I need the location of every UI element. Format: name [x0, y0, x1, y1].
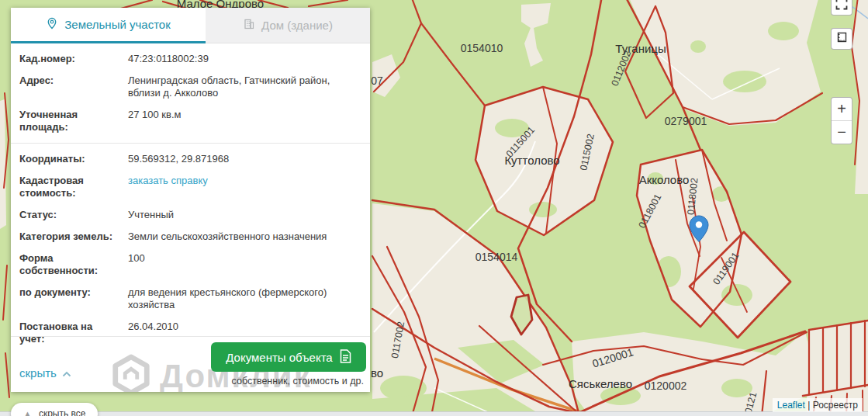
- field-label: Постановка на учет:: [19, 321, 120, 345]
- field-value: для ведения крестьянского (фермерского) …: [128, 286, 362, 311]
- map-pin-icon: [46, 17, 58, 32]
- panel-tabs: Земельный участок Дом (здание): [11, 8, 370, 43]
- document-icon: [340, 349, 351, 366]
- parcel-fields: Кад.номер:47:23:0118002:39Адрес:Ленингра…: [11, 53, 370, 355]
- tab-building[interactable]: Дом (здание): [206, 8, 370, 43]
- attribution-separator: |: [807, 400, 810, 411]
- map-viewport: Малое Ондрово0154010Туганицы011200207027…: [0, 0, 868, 416]
- map-marker-pin[interactable]: [689, 215, 709, 245]
- field-value: Земли сельскохозяйственного назначения: [128, 231, 362, 243]
- field-value: 100: [128, 252, 362, 277]
- tab-land-parcel[interactable]: Земельный участок: [11, 8, 206, 43]
- field-label: по документу:: [19, 286, 120, 311]
- tab-label: Земельный участок: [64, 18, 171, 31]
- zoom-controls: + −: [831, 97, 852, 144]
- field-row: Кад.номер:47:23:0118002:39: [11, 53, 370, 65]
- window-bottom-edge: [0, 411, 868, 416]
- collapse-all-button[interactable]: ▲ скрыть все: [11, 403, 98, 416]
- field-value: 27 100 кв.м: [128, 109, 362, 133]
- collapse-all-label: скрыть все: [39, 408, 86, 416]
- field-row: по документу:для ведения крестьянского (…: [11, 286, 370, 311]
- chevron-up-icon: ▲: [23, 410, 32, 416]
- fullscreen-button[interactable]: [831, 0, 852, 16]
- zoom-in-button[interactable]: +: [832, 98, 852, 120]
- field-row: Статус:Учтенный: [11, 209, 370, 221]
- tab-label: Дом (здание): [261, 19, 333, 32]
- parcel-info-panel: Земельный участок Дом (здание) Кад.номер…: [11, 8, 370, 392]
- order-certificate-link[interactable]: заказать справку: [128, 175, 362, 199]
- field-label: Кадастровая стоимость:: [19, 175, 120, 199]
- field-label: Кад.номер:: [19, 53, 120, 65]
- button-note: собственник, стоимость и др.: [232, 376, 364, 387]
- chevron-up-icon: [62, 366, 71, 380]
- field-value: 59.569312, 29.871968: [128, 153, 362, 165]
- fullscreen-icon: [835, 0, 848, 13]
- field-label: Координаты:: [19, 153, 120, 165]
- building-icon: [243, 18, 255, 33]
- map-attribution: Leaflet | Росреестр: [773, 398, 863, 412]
- hide-panel-link[interactable]: скрыть: [19, 366, 71, 380]
- field-row: Адрес:Ленинградская область, Гатчинский …: [11, 75, 370, 99]
- field-row: Категория земель:Земли сельскохозяйствен…: [11, 231, 370, 243]
- field-label: Статус:: [19, 209, 120, 221]
- field-label: Форма собственности:: [19, 252, 120, 277]
- measure-button[interactable]: [831, 28, 852, 50]
- field-row: Форма собственности:100: [11, 252, 370, 277]
- zoom-out-button[interactable]: −: [832, 121, 852, 144]
- divider: [11, 336, 370, 337]
- field-label: Категория земель:: [19, 231, 120, 243]
- field-label: Адрес:: [19, 75, 120, 99]
- hide-label: скрыть: [19, 366, 57, 380]
- field-row: Уточненная площадь:27 100 кв.м: [11, 109, 370, 133]
- field-row: Координаты:59.569312, 29.871968: [11, 153, 370, 165]
- field-value: Ленинградская область, Гатчинский район,…: [128, 75, 362, 99]
- ruler-icon: [835, 31, 848, 47]
- field-value: Учтенный: [128, 209, 362, 221]
- field-label: Уточненная площадь:: [19, 109, 120, 133]
- object-documents-button[interactable]: Документы объекта: [211, 342, 366, 372]
- button-label: Документы объекта: [226, 351, 332, 364]
- attribution-source: Росреестр: [813, 400, 858, 411]
- field-value: 47:23:0118002:39: [128, 53, 362, 65]
- leaflet-link[interactable]: Leaflet: [777, 400, 805, 411]
- domclick-logo-icon: [110, 354, 152, 392]
- divider: [11, 143, 370, 144]
- field-row: Кадастровая стоимость:заказать справку: [11, 175, 370, 199]
